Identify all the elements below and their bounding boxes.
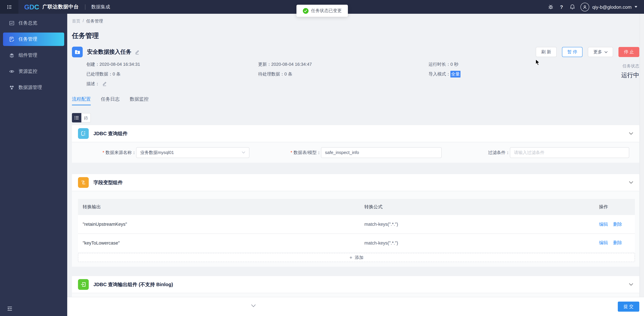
add-transform-button[interactable]: + 添加 <box>78 253 635 262</box>
table-label: *数据表/模型： <box>250 150 321 156</box>
task-status-value: 运行中 <box>621 71 639 79</box>
app-root: GDC 广联达数据中台 数据集成 ? <box>0 0 644 316</box>
collapse-menu-button[interactable] <box>0 0 18 14</box>
plus-icon: + <box>350 255 352 260</box>
select-chevron-icon <box>242 151 245 154</box>
field-transform-body: 转换输出 转换公式 操作 "retainUpstreamKeys" match-… <box>72 191 639 267</box>
filter-condition-input[interactable] <box>510 147 629 158</box>
import-mode-value: 全量 <box>450 71 460 77</box>
field-transform-icon <box>78 177 89 188</box>
bug-icon[interactable] <box>548 4 554 10</box>
jdbc-query-title: JDBC 查询组件 <box>94 130 128 137</box>
scrollbar-track[interactable] <box>640 14 644 297</box>
main-content: 首页 / 任务管理 任务管理 安全数据接入任务 <box>67 14 644 297</box>
sidebar-item-datasource-management[interactable]: 数据源管理 <box>0 81 67 94</box>
delete-link[interactable]: 删除 <box>613 221 622 227</box>
sidebar-fold-icon[interactable] <box>7 306 13 311</box>
datasource-select-value: 业务数据mysql01 <box>140 150 174 156</box>
collapse-chevron-icon[interactable] <box>629 283 633 286</box>
task-updated: 更新： 2020-08-04 16:34:47 <box>258 61 428 67</box>
module-name[interactable]: 数据集成 <box>91 4 110 10</box>
overview-chart-icon <box>9 20 14 26</box>
task-edit-icon <box>9 36 14 42</box>
task-import-icon <box>72 47 83 57</box>
chevron-down-icon <box>604 51 608 53</box>
edit-description-icon[interactable] <box>102 81 107 86</box>
edit-link[interactable]: 编辑 <box>599 240 608 246</box>
help-icon[interactable]: ? <box>559 4 564 10</box>
jdbc-output-component-card: JDBC 查询输出组件 (不支持 Binlog) <box>72 276 639 297</box>
footer-collapse-chevron-icon[interactable] <box>251 304 256 307</box>
transform-table-header: 转换输出 转换公式 操作 <box>78 199 635 215</box>
filter-label: 过滤条件： <box>442 150 510 156</box>
json-view-toggle[interactable]: {/} <box>81 113 91 123</box>
sidebar-item-resource-monitor[interactable]: 资源监控 <box>0 65 67 78</box>
breadcrumb: 首页 / 任务管理 <box>72 14 639 24</box>
datasource-select[interactable]: 业务数据mysql01 <box>136 147 250 158</box>
tab-task-log[interactable]: 任务日志 <box>101 96 120 105</box>
edit-link[interactable]: 编辑 <box>599 221 608 227</box>
product-name: 广联达数据中台 <box>42 4 79 10</box>
task-action-buttons: 刷 新 暂 停 更多 停 止 <box>530 47 639 57</box>
tab-flow-config[interactable]: 流程配置 <box>72 96 91 105</box>
more-button[interactable]: 更多 <box>588 47 613 57</box>
status-toast: 任务状态已变更 <box>296 5 348 17</box>
breadcrumb-separator: / <box>83 18 84 24</box>
task-runtime: 运行时长： 0 秒 <box>428 61 639 67</box>
breadcrumb-home[interactable]: 首页 <box>72 18 80 24</box>
topbar-right: ? qiy-b@glodon.com <box>543 2 644 11</box>
field-transform-component-card: 字段变型组件 转换输出 转换公式 操作 "retainUpstreamKeys"… <box>72 174 639 267</box>
jdbc-query-form: *数据来源名称： 业务数据mysql01 *数据表/模型： 过滤条件： <box>72 142 639 163</box>
sidebar-item-label: 任务总览 <box>18 20 37 26</box>
user-menu-caret-icon[interactable] <box>634 6 637 8</box>
sidebar-item-label: 数据源管理 <box>18 85 42 91</box>
svg-text:GDC: GDC <box>24 3 39 10</box>
submit-button[interactable]: 提 交 <box>618 302 639 312</box>
topbar-divider <box>85 4 85 9</box>
list-view-toggle[interactable] <box>72 113 81 123</box>
table-model-input[interactable] <box>321 147 442 158</box>
field-transform-title: 字段变型组件 <box>94 179 123 186</box>
sidebar-item-component-management[interactable]: 组件管理 <box>0 49 67 62</box>
jdbc-query-header[interactable]: JDBC 查询组件 <box>72 125 639 142</box>
collapse-chevron-icon[interactable] <box>629 132 633 135</box>
task-name: 安全数据接入任务 <box>87 48 132 56</box>
table-row: "retainUpstreamKeys" match-keys(".*.") 编… <box>78 215 635 233</box>
success-check-icon <box>303 8 308 13</box>
notification-bell-icon[interactable] <box>570 4 575 10</box>
source-label: *数据来源名称： <box>72 150 136 156</box>
sidebar-item-task-overview[interactable]: 任务总览 <box>0 16 67 30</box>
jdbc-output-title: JDBC 查询输出组件 (不支持 Binlog) <box>94 281 173 288</box>
user-avatar[interactable] <box>580 2 589 11</box>
user-email[interactable]: qiy-b@glodon.com <box>592 4 632 9</box>
task-status-box: 任务状态 运行中 <box>621 63 639 79</box>
delete-link[interactable]: 删除 <box>613 240 622 246</box>
task-pending: 待处理数据： 0 条 <box>258 71 428 77</box>
sidebar: 任务总览 任务管理 组件管理 <box>0 14 67 316</box>
task-info-grid: 创建： 2020-08-04 16:34:31 更新： 2020-08-04 1… <box>86 59 639 89</box>
col-header-action: 操作 <box>599 204 635 210</box>
refresh-button[interactable]: 刷 新 <box>536 47 556 57</box>
task-processed: 已处理数据： 0 条 <box>86 71 258 77</box>
datasource-cluster-icon <box>9 85 14 90</box>
menu-list-icon <box>6 4 12 9</box>
stop-button[interactable]: 停 止 <box>618 47 639 57</box>
pause-button[interactable]: 暂 停 <box>562 47 583 57</box>
layers-icon <box>9 53 14 58</box>
col-header-output: 转换输出 <box>78 204 364 210</box>
sidebar-item-task-management[interactable]: 任务管理 <box>3 32 64 46</box>
breadcrumb-current: 任务管理 <box>86 18 103 24</box>
jdbc-output-icon <box>78 279 89 290</box>
edit-task-name-icon[interactable] <box>135 49 140 54</box>
jdbc-output-header[interactable]: JDBC 查询输出组件 (不支持 Binlog) <box>72 276 639 293</box>
jdbc-output-body <box>72 293 639 297</box>
sidebar-item-label: 任务管理 <box>18 36 37 42</box>
brand: GDC 广联达数据中台 <box>24 3 79 10</box>
toast-message: 任务状态已变更 <box>311 8 342 14</box>
field-transform-header[interactable]: 字段变型组件 <box>72 174 639 191</box>
jdbc-query-component-card: JDBC 查询组件 *数据来源名称： 业务数据mysql01 *数据表/模型： … <box>72 125 639 163</box>
gdc-logo: GDC <box>24 3 39 10</box>
collapse-chevron-icon[interactable] <box>629 181 633 184</box>
tab-data-monitor[interactable]: 数据监控 <box>130 96 148 105</box>
flow-view-toggle: {/} <box>72 113 639 123</box>
